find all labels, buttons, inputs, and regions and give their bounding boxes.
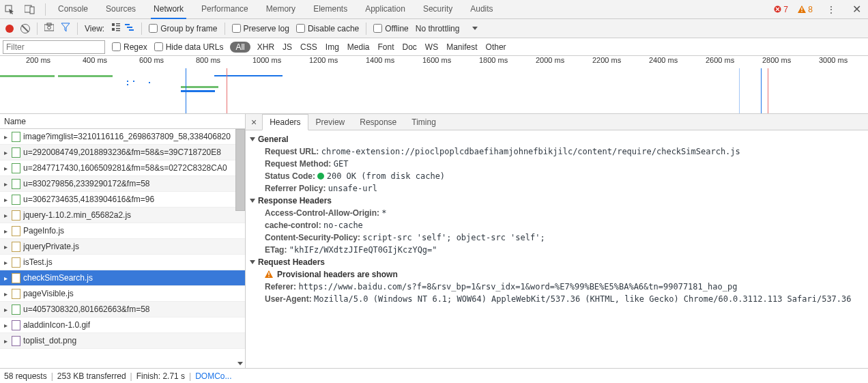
tab-security[interactable]: Security: [420, 0, 455, 19]
request-name: toplist_dot.png: [23, 336, 76, 345]
provisional-warning: Provisional headers are shown: [246, 268, 868, 281]
clear-button[interactable]: [20, 24, 30, 33]
filter-type-doc[interactable]: Doc: [403, 42, 417, 52]
filter-input[interactable]: [3, 40, 105, 54]
table-row[interactable]: ▸u=2920084749,2018893236&fm=58&s=39C7187…: [0, 145, 245, 160]
status-domcontentloaded: DOMCo...: [195, 371, 231, 381]
table-row[interactable]: ▸u=2847717430,1606509281&fm=58&s=0272C83…: [0, 160, 245, 176]
file-icon: [12, 304, 20, 315]
table-row[interactable]: ▸image?imglist=3210116116_2698637809_58,…: [0, 129, 245, 145]
table-row[interactable]: ▸u=4057308320,801662663&fm=58: [0, 302, 245, 317]
filter-type-all[interactable]: All: [230, 42, 250, 53]
filter-type-font[interactable]: Font: [378, 42, 394, 52]
filter-type-js[interactable]: JS: [283, 42, 292, 52]
tab-network[interactable]: Network: [151, 0, 186, 19]
group-by-frame-checkbox[interactable]: Group by frame: [149, 24, 217, 33]
scrollbar-down-icon[interactable]: [235, 358, 245, 368]
status-finish: Finish: 2.71 s: [136, 371, 185, 381]
svg-rect-4: [801, 8, 802, 10]
section-response-headers[interactable]: Response Headers: [246, 195, 868, 207]
error-count[interactable]: 7: [774, 5, 788, 14]
svg-rect-16: [127, 27, 132, 28]
svg-rect-11: [116, 25, 120, 27]
filter-toggle-icon[interactable]: [61, 23, 70, 34]
timeline-overview[interactable]: 200 ms400 ms600 ms800 ms1000 ms1200 ms14…: [0, 56, 868, 114]
tab-sources[interactable]: Sources: [103, 0, 139, 19]
record-button[interactable]: [5, 25, 14, 33]
headers-panel: General Request URL: chrome-extension://…: [246, 130, 868, 368]
table-row[interactable]: ▸pageVisible.js: [0, 286, 245, 302]
large-rows-icon[interactable]: [111, 23, 121, 34]
capture-screenshots-icon[interactable]: [44, 23, 54, 34]
device-toggle-icon[interactable]: [25, 4, 35, 15]
table-row[interactable]: ▸aladdinIcon-1.0.gif: [0, 317, 245, 333]
table-row[interactable]: ▸checkSimSearch.js: [0, 270, 245, 286]
warning-count[interactable]: 8: [798, 5, 813, 14]
tab-performance[interactable]: Performance: [199, 0, 251, 19]
throttling-select[interactable]: No throttling: [416, 24, 478, 33]
request-name: jqueryPrivate.js: [23, 242, 79, 251]
filter-type-media[interactable]: Media: [347, 42, 370, 52]
table-row[interactable]: ▸u=830279856,2339290172&fm=58: [0, 176, 245, 192]
hide-data-urls-checkbox[interactable]: Hide data URLs: [154, 42, 224, 52]
tab-console[interactable]: Console: [55, 0, 91, 19]
request-name: u=2920084749,2018893236&fm=58&s=39C71872…: [23, 147, 221, 157]
table-row[interactable]: ▸jqueryPrivate.js: [0, 239, 245, 255]
detail-tab-headers[interactable]: Headers: [262, 114, 308, 130]
disable-cache-checkbox[interactable]: Disable cache: [296, 24, 359, 33]
timeline-tick: 600 ms: [139, 56, 164, 64]
section-request-headers[interactable]: Request Headers: [246, 256, 868, 268]
scrollbar-thumb[interactable]: [235, 129, 245, 211]
more-menu-icon[interactable]: ⋮: [822, 4, 840, 15]
file-icon: [12, 273, 20, 283]
table-row[interactable]: ▸u=3062734635,4183904616&fm=96: [0, 192, 245, 208]
tab-audits[interactable]: Audits: [467, 0, 495, 19]
file-icon: [12, 289, 20, 299]
expand-icon: ▸: [4, 196, 9, 203]
filter-type-css[interactable]: CSS: [300, 42, 317, 52]
close-detail-icon[interactable]: ×: [246, 117, 262, 128]
tab-elements[interactable]: Elements: [310, 0, 350, 19]
waterfall-icon[interactable]: [125, 23, 134, 34]
timeline-tick: 1600 ms: [422, 56, 451, 64]
expand-icon: ▸: [4, 133, 9, 141]
regex-checkbox[interactable]: Regex: [112, 42, 147, 52]
detail-tab-timing[interactable]: Timing: [404, 114, 444, 130]
detail-tab-response[interactable]: Response: [352, 114, 404, 130]
separator: [45, 3, 46, 16]
tab-application[interactable]: Application: [362, 0, 408, 19]
close-icon[interactable]: ✕: [850, 3, 864, 16]
column-header-name[interactable]: Name: [0, 114, 245, 129]
request-name: aladdinIcon-1.0.gif: [23, 320, 90, 330]
inspect-icon[interactable]: [4, 4, 15, 15]
devtools-tabbar: ConsoleSourcesNetworkPerformanceMemoryEl…: [0, 0, 868, 19]
filter-bar: Regex Hide data URLs All XHRJSCSSImgMedi…: [0, 38, 868, 56]
table-row[interactable]: ▸isTest.js: [0, 255, 245, 270]
file-icon: [12, 179, 20, 189]
file-icon: [12, 132, 20, 142]
filter-type-other[interactable]: Other: [486, 42, 506, 52]
warning-icon: [265, 270, 273, 279]
preserve-log-checkbox[interactable]: Preserve log: [232, 24, 289, 33]
timeline-tick: 2800 ms: [762, 56, 791, 64]
request-name: u=2847717430,1606509281&fm=58&s=0272C832…: [23, 163, 227, 173]
file-icon: [12, 210, 20, 221]
request-list: Name ▸image?imglist=3210116116_269863780…: [0, 114, 246, 368]
offline-checkbox[interactable]: Offline: [373, 24, 408, 33]
filter-type-manifest[interactable]: Manifest: [446, 42, 477, 52]
timeline-tick: 1400 ms: [366, 56, 394, 64]
table-row[interactable]: ▸toplist_dot.png: [0, 333, 245, 349]
file-icon: [12, 257, 20, 268]
filter-type-img[interactable]: Img: [326, 42, 339, 52]
table-row[interactable]: ▸PageInfo.js: [0, 223, 245, 239]
svg-rect-12: [112, 28, 115, 31]
filter-type-xhr[interactable]: XHR: [257, 42, 274, 52]
section-general[interactable]: General: [246, 133, 868, 145]
detail-tab-preview[interactable]: Preview: [308, 114, 353, 130]
expand-icon: ▸: [4, 243, 9, 251]
tab-memory[interactable]: Memory: [263, 0, 298, 19]
table-row[interactable]: ▸jquery-1.10.2.min_65682a2.js: [0, 208, 245, 223]
timeline-tick: 2000 ms: [536, 56, 564, 64]
filter-type-ws[interactable]: WS: [425, 42, 438, 52]
request-name: u=4057308320,801662663&fm=58: [23, 304, 150, 314]
